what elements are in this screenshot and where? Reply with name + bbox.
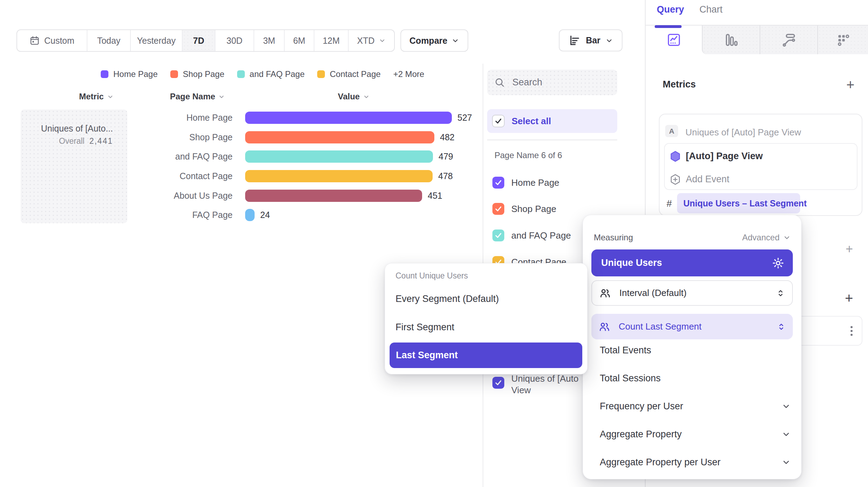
select-all-checkbox[interactable] <box>492 115 505 127</box>
segment-row-shop-page[interactable]: Shop Page <box>492 203 556 215</box>
metric-card-title: Uniques of [Auto] Page View <box>685 127 801 138</box>
report-type-selector <box>646 25 868 54</box>
bar-and-faq-page[interactable] <box>245 150 433 163</box>
measuring-option-total-sessions[interactable]: Total Sessions <box>600 373 661 384</box>
date-range-30d[interactable]: 30D <box>215 30 254 51</box>
bar-row-label: About Us Page <box>119 190 233 202</box>
report-type-insights-active[interactable] <box>646 26 702 54</box>
compare-label: Compare <box>410 36 447 46</box>
bar-home-page[interactable] <box>245 112 452 124</box>
column-header-value[interactable]: Value <box>338 92 370 101</box>
legend-more[interactable]: +2 More <box>393 69 424 79</box>
metric-card[interactable]: A Uniques of [Auto] Page View [Auto] Pag… <box>659 114 862 216</box>
measuring-option-unique-users-selected[interactable]: Unique Users <box>591 249 793 276</box>
measurement-pill[interactable]: Unique Users – Last Segment <box>677 193 800 213</box>
chevron-down-icon[interactable] <box>782 458 791 467</box>
date-range-xtd[interactable]: XTD <box>349 30 394 51</box>
compare-button[interactable]: Compare <box>400 29 468 52</box>
column-header-label: Page Name <box>170 92 215 101</box>
legend-label: and FAQ Page <box>250 69 305 79</box>
measuring-option-aggregate-property[interactable]: Aggregate Property <box>600 429 682 440</box>
interval-selector[interactable]: Interval (Default) <box>591 280 793 306</box>
date-range-custom[interactable]: Custom <box>17 30 87 51</box>
metric-summary-overall: Overall2,441 <box>59 136 113 146</box>
metric-summary-card[interactable]: Uniques of [Auto... Overall2,441 <box>21 110 127 223</box>
chevron-down-icon <box>783 234 791 241</box>
chart-view-dropdown[interactable]: Bar <box>559 29 622 51</box>
segment-label: and FAQ Page <box>511 230 571 241</box>
kebab-menu-icon[interactable] <box>849 325 854 337</box>
check-icon <box>494 379 503 387</box>
measuring-option-total-events[interactable]: Total Events <box>600 345 651 356</box>
option-every-segment[interactable]: Every Segment (Default) <box>396 294 499 304</box>
legend-item[interactable]: Shop Page <box>170 69 225 79</box>
measurement-pill-label: Unique Users – Last Segment <box>683 198 807 209</box>
legend-label: Home Page <box>113 69 158 79</box>
advanced-toggle[interactable]: Advanced <box>742 233 791 242</box>
report-type-funnels[interactable] <box>702 26 760 54</box>
bar-shop-page[interactable] <box>245 131 434 143</box>
bar-value: 479 <box>439 150 453 163</box>
legend-swatch <box>237 70 245 78</box>
add-event-button[interactable]: Add Event <box>686 174 730 185</box>
date-range-label: 6M <box>293 36 305 46</box>
date-range-12m[interactable]: 12M <box>314 30 349 51</box>
option-last-segment-selected[interactable]: Last Segment <box>390 343 582 368</box>
bar-row-label: FAQ Page <box>119 209 233 221</box>
date-range-label: 12M <box>323 36 340 46</box>
report-type-retention[interactable] <box>817 26 868 54</box>
segment-row-home-page[interactable]: Home Page <box>492 177 559 189</box>
date-range-today[interactable]: Today <box>87 30 131 51</box>
segment-row-saved-metric[interactable] <box>492 377 504 389</box>
date-range-yesterday[interactable]: Yesterday <box>131 30 183 51</box>
add-metric-button[interactable]: + <box>846 78 854 92</box>
legend-item[interactable]: Home Page <box>101 69 158 79</box>
measuring-option-frequency-per-user[interactable]: Frequency per User <box>600 401 683 412</box>
funnels-icon <box>724 32 739 48</box>
bar-row-label: and FAQ Page <box>119 150 233 163</box>
bar-about-us-page[interactable] <box>245 190 422 202</box>
event-name[interactable]: [Auto] Page View <box>686 151 763 162</box>
users-icon <box>599 287 611 299</box>
checkbox-checked[interactable] <box>492 377 504 389</box>
bar-value: 24 <box>260 209 270 221</box>
date-range-7d-active[interactable]: 7D <box>183 30 215 51</box>
checkbox-checked[interactable] <box>492 230 504 241</box>
chevron-down-icon[interactable] <box>782 430 791 439</box>
interval-label: Interval (Default) <box>619 288 686 298</box>
chevron-down-icon[interactable] <box>782 402 791 411</box>
legend-more-label: +2 More <box>393 69 424 79</box>
column-header-page-name[interactable]: Page Name <box>170 92 225 101</box>
legend-item[interactable]: and FAQ Page <box>237 69 305 79</box>
segment-search[interactable] <box>487 70 617 95</box>
date-range-3m[interactable]: 3M <box>254 30 285 51</box>
search-input[interactable] <box>512 77 600 88</box>
overall-label: Overall <box>59 136 85 146</box>
select-all-row[interactable]: Select all <box>487 109 617 133</box>
count-segment-selector[interactable]: Count Last Segment <box>591 314 793 339</box>
gear-icon[interactable] <box>772 257 784 269</box>
check-icon <box>494 178 503 187</box>
bar-value: 451 <box>428 190 442 202</box>
bar-contact-page[interactable] <box>245 170 433 182</box>
segment-row-and-faq-page[interactable]: and FAQ Page <box>492 230 571 241</box>
chevron-down-icon <box>605 37 613 44</box>
tab-query[interactable]: Query <box>657 4 684 15</box>
date-range-6m[interactable]: 6M <box>285 30 314 51</box>
report-type-flows[interactable] <box>760 26 817 54</box>
date-range-label: XTD <box>357 36 375 46</box>
checkbox-checked[interactable] <box>492 203 504 215</box>
tab-chart[interactable]: Chart <box>699 4 723 15</box>
bar-faq-page[interactable] <box>245 209 255 221</box>
add-filter-button[interactable]: + <box>846 242 853 256</box>
add-breakdown-button[interactable]: + <box>845 291 853 305</box>
legend-item[interactable]: Contact Page <box>317 69 380 79</box>
column-header-metric[interactable]: Metric <box>79 92 114 101</box>
option-first-segment[interactable]: First Segment <box>396 322 454 333</box>
measuring-option-aggregate-property-per-user[interactable]: Aggregate Property per User <box>600 457 720 468</box>
up-down-chevrons-icon <box>776 289 785 298</box>
date-range-label: 30D <box>227 36 243 46</box>
checkbox-checked[interactable] <box>492 177 504 189</box>
advanced-label: Advanced <box>742 233 780 242</box>
metric-summary-title: Uniques of [Auto... <box>41 123 113 134</box>
